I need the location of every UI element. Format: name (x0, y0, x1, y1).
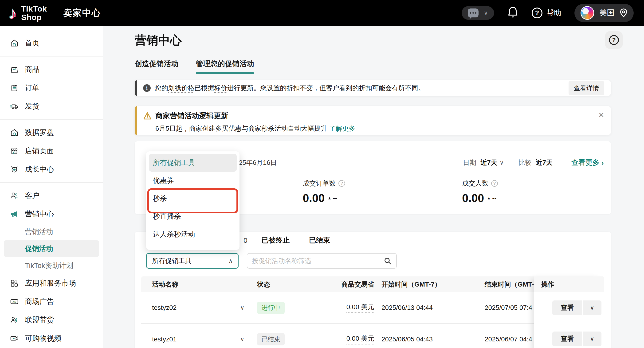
status-tab-ended[interactable]: 已结束 (309, 235, 330, 245)
close-icon[interactable]: ✕ (598, 111, 604, 119)
help-question-icon: ? (532, 8, 542, 18)
metric-label: 成交人数 (462, 179, 488, 188)
sidebar-item-growth[interactable]: 成长中心 (0, 160, 103, 179)
tab-manage-promotions[interactable]: 管理您的促销活动 (196, 59, 254, 74)
triangle-up-icon: ▲ (328, 196, 332, 201)
view-button-label[interactable]: 查看 (552, 300, 582, 315)
sidebar-divider (0, 56, 103, 57)
tab-create-promotions[interactable]: 创造促销活动 (135, 59, 178, 74)
dropdown-option-creator-flash-sale[interactable]: 达人杀秒活动 (146, 225, 240, 243)
row-expand-chevron-icon[interactable]: ∨ (240, 324, 244, 348)
compare-label: 比较 (518, 158, 532, 167)
search-input[interactable] (252, 257, 384, 265)
sidebar-item-label: 店铺页面 (25, 146, 54, 156)
chat-menu-button[interactable]: ∨ (462, 6, 494, 20)
activity-name: testyz02 (152, 292, 176, 323)
view-action-button[interactable]: 查看 ∨ (552, 331, 602, 346)
metric-buyers: 成交人数 ? 0.00 ▲-- (462, 179, 498, 205)
view-action-button[interactable]: 查看 ∨ (552, 300, 602, 315)
sidebar-item-shop-page[interactable]: 店铺页面 (0, 142, 103, 160)
promo-tool-dropdown: 所有促销工具 优惠券 秒杀 秒直播杀 达人杀秒活动 (146, 151, 240, 250)
location-pin-icon (620, 8, 628, 18)
sidebar-item-analytics[interactable]: 数据罗盘 (0, 123, 103, 142)
metric-value: 0.00 (303, 192, 324, 205)
learn-more-link[interactable]: 了解更多 (329, 125, 356, 132)
sidebar-item-marketing-center[interactable]: 营销中心 (0, 205, 103, 223)
metric-orders: 成交订单数 ? 0.00 ▲-- (303, 179, 345, 205)
date-range-select[interactable]: 近7天 (480, 158, 497, 167)
metric-delta: ▲-- (487, 195, 496, 202)
shop-avatar (580, 6, 594, 20)
stats-controls: 日期 近7天 ∨ 比较 近7天 查看更多› (463, 158, 604, 167)
sidebar-subitem-promotions[interactable]: 促销活动 (4, 240, 99, 257)
marketing-logic-update-banner: 商家营销活动逻辑更新 6月5日起，商家创建多买优惠与商家秒杀活动自动大幅提升 了… (135, 106, 611, 135)
promo-tool-filter-select[interactable]: 所有促销工具 ∧ (146, 253, 238, 269)
dropdown-option-flash-sale[interactable]: 秒杀 (146, 190, 240, 208)
table-header: 活动名称 状态 商品交易省 开始时间（GMT-7） 结束时间（GMT-7） (141, 276, 534, 292)
sidebar-item-app-market[interactable]: 应用和服务市场 (0, 274, 103, 292)
status-badge: 进行中 (257, 302, 285, 314)
shopping-bag-icon (10, 65, 19, 74)
warning-body: 6月5日起，商家创建多买优惠与商家秒杀活动自动大幅提升 了解更多 (155, 124, 604, 133)
megaphone-icon (10, 210, 19, 219)
sidebar-item-label: 商场广告 (25, 297, 54, 306)
sidebar-subitem-tiktok-subsidy[interactable]: TikTok资助计划 (0, 257, 103, 274)
warning-title: 商家营销活动逻辑更新 (155, 111, 228, 121)
sidebar-item-label: 营销中心 (25, 209, 54, 219)
ad-icon: AD (10, 297, 19, 306)
chat-icon (468, 9, 478, 18)
sidebar-item-label: 客户 (25, 191, 40, 201)
bell-icon (507, 6, 518, 19)
page-tabs: 创造促销活动 管理您的促销活动 (135, 59, 254, 74)
question-icon[interactable]: ? (338, 180, 345, 187)
sidebar-item-affiliate[interactable]: 联盟带货 (0, 311, 103, 329)
search-box[interactable] (247, 253, 397, 269)
dropdown-option-live-flash-sale[interactable]: 秒直播杀 (146, 208, 240, 225)
sidebar-item-label: 商品 (25, 65, 40, 74)
page-title: 营销中心 (135, 33, 182, 48)
sidebar-item-label: 成长中心 (25, 164, 54, 174)
page-help-button[interactable]: ? (605, 31, 622, 49)
promo-tool-filter-value: 所有促销工具 (152, 256, 192, 265)
row-expand-chevron-icon[interactable]: ∨ (240, 292, 244, 323)
help-button[interactable]: ? 帮助 (532, 8, 561, 18)
search-icon[interactable] (384, 257, 392, 265)
dropdown-option-all-tools[interactable]: 所有促销工具 (149, 154, 237, 172)
sidebar-item-mall-ads[interactable]: AD 商场广告 (0, 292, 103, 311)
price-update-banner: i 您的划线价格已根据标价进行更新。您设置的折扣不变，但客户看到的折扣可能会有所… (135, 80, 611, 96)
promotions-table: 活动名称 状态 商品交易省 开始时间（GMT-7） 结束时间（GMT-7） te… (141, 276, 604, 348)
chevron-down-icon[interactable]: ∨ (500, 159, 504, 166)
sidebar-subitem-marketing-activities[interactable]: 营销活动 (0, 223, 103, 240)
top-header: ♪ TikTok Shop 卖家中心 ∨ ? (0, 0, 644, 26)
col-status: 状态 (257, 276, 270, 292)
chevron-down-icon[interactable]: ∨ (583, 331, 602, 346)
metric-value: 0.00 (462, 192, 484, 205)
chevron-down-icon[interactable]: ∨ (583, 300, 602, 315)
status-tab-partial[interactable]: 0 (244, 236, 248, 244)
question-icon[interactable]: ? (491, 180, 498, 187)
status-tab-terminated[interactable]: 已被终止 (262, 235, 290, 245)
clipboard-icon (10, 83, 19, 92)
growth-center-icon (10, 165, 19, 174)
sidebar-item-orders[interactable]: 订单 (0, 79, 103, 97)
brand-line1: TikTok (21, 5, 47, 13)
see-more-link[interactable]: 查看更多› (571, 158, 604, 167)
sidebar-item-customers[interactable]: 客户 (0, 187, 103, 205)
metric-label: 成交订单数 (303, 179, 336, 188)
sidebar-item-shipping[interactable]: 发货 (0, 97, 103, 115)
sidebar-item-home[interactable]: 首页 (0, 34, 103, 52)
tiktok-note-icon: ♪ (8, 5, 17, 22)
view-button-label[interactable]: 查看 (552, 331, 582, 346)
banner-accent-bar (135, 106, 137, 135)
chevron-up-icon: ∧ (228, 258, 233, 264)
view-details-button[interactable]: 查看详情 (568, 81, 604, 95)
home-icon (10, 39, 19, 48)
dropdown-option-coupon[interactable]: 优惠券 (146, 172, 240, 190)
notifications-button[interactable] (507, 6, 518, 20)
sidebar-item-products[interactable]: 商品 (0, 60, 103, 79)
tiktok-shop-logo[interactable]: ♪ TikTok Shop (0, 5, 47, 22)
sidebar-item-shoppable-video[interactable]: 可购物视频 (0, 329, 103, 347)
shop-region-button[interactable]: 美国 (574, 4, 634, 22)
col-activity-name: 活动名称 (152, 276, 178, 292)
compare-range-value[interactable]: 近7天 (536, 158, 552, 167)
